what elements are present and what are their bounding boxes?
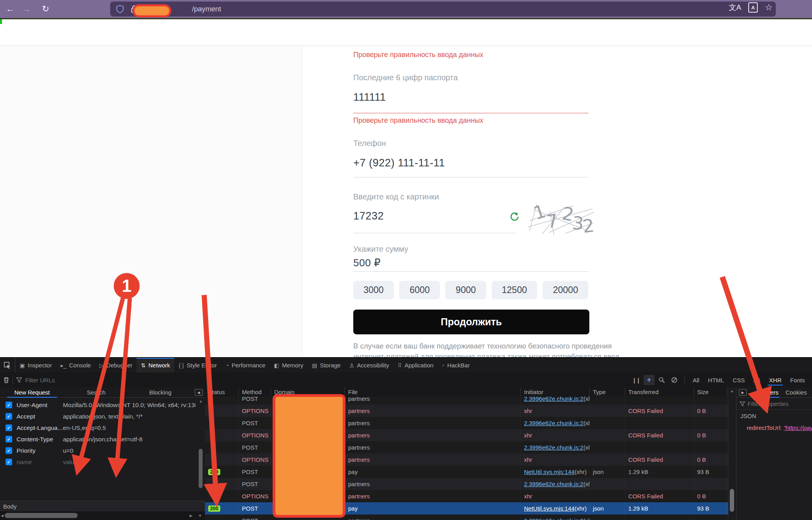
- devtools-tab-inspector[interactable]: ▣Inspector: [15, 358, 56, 372]
- scroll-up-icon[interactable]: ▲: [199, 399, 203, 403]
- header-name[interactable]: Content-Type: [17, 436, 63, 443]
- search-icon[interactable]: [656, 375, 667, 385]
- json-property-value-link[interactable]: "https://payec: [783, 424, 812, 431]
- initiator-link[interactable]: NetUtil.sys.mjs:144: [524, 505, 574, 512]
- translate-icon[interactable]: 文A: [729, 2, 742, 13]
- request-panel-hscrollbar[interactable]: ◀ ▶ ▼: [0, 511, 205, 520]
- devtools-tab-performance[interactable]: ◔Performance: [221, 358, 269, 372]
- header-name[interactable]: Accept: [17, 413, 63, 420]
- filter-urls-input[interactable]: Filter URLs: [25, 377, 55, 384]
- header-enabled-checkbox[interactable]: ✓: [6, 447, 12, 454]
- header-param-row[interactable]: ✓Content-Typeapplication/json;charset=ut…: [0, 433, 196, 445]
- amount-chip[interactable]: 3000: [353, 281, 394, 299]
- phone-input[interactable]: +7 (922) 111-11-11: [353, 157, 445, 169]
- new-request-plus-icon[interactable]: +: [644, 375, 655, 385]
- type-filter-fonts[interactable]: Fonts: [787, 376, 808, 384]
- column-header-size[interactable]: Size: [694, 387, 727, 396]
- scroll-left-icon[interactable]: ◀: [1, 514, 4, 518]
- clear-requests-icon[interactable]: [3, 376, 9, 384]
- header-name[interactable]: User-Agent: [17, 402, 63, 409]
- header-param-row[interactable]: ✓User-AgentMozilla/5.0 (Windows NT 10.0;…: [0, 399, 196, 411]
- devtools-tab-style-editor[interactable]: { }Style Editor: [174, 358, 221, 372]
- initiator-link[interactable]: 2.3996e62e.chunk.js:2: [524, 420, 583, 426]
- scroll-right-icon[interactable]: ▶: [190, 514, 192, 518]
- header-param-row[interactable]: ✓namevalue: [0, 456, 196, 468]
- pause-traffic-icon[interactable]: | |: [631, 375, 642, 385]
- bookmark-star-icon[interactable]: ☆: [765, 2, 773, 13]
- collapse-panel-icon[interactable]: ◀: [195, 389, 203, 396]
- column-header-type[interactable]: Type: [590, 387, 625, 396]
- scroll-down-icon[interactable]: ▼: [198, 514, 202, 518]
- devtools-tab-console[interactable]: ▸_Console: [56, 358, 95, 372]
- header-enabled-checkbox[interactable]: ✓: [6, 402, 12, 408]
- amount-chip[interactable]: 12500: [492, 281, 537, 299]
- initiator-link[interactable]: 2.3996e62e.chunk.js:2: [524, 517, 583, 520]
- column-header-status[interactable]: Status: [205, 387, 239, 396]
- type-filter-css[interactable]: CSS: [729, 376, 748, 384]
- forward-icon[interactable]: →: [20, 3, 33, 15]
- initiator-link[interactable]: 2.3996e62e.chunk.js:2: [524, 396, 583, 402]
- tab-cookies[interactable]: Cookies: [786, 389, 807, 396]
- devtools-tab-network[interactable]: ⇅Network: [137, 358, 174, 372]
- amount-chip[interactable]: 20000: [543, 281, 588, 299]
- shield-icon[interactable]: [116, 4, 124, 14]
- column-header-transferred[interactable]: Transferred: [625, 387, 694, 396]
- header-name[interactable]: name: [17, 459, 63, 466]
- header-enabled-checkbox[interactable]: ✓: [6, 459, 12, 465]
- header-param-row[interactable]: ✓Acceptapplication/json, text/plain, */*: [0, 411, 196, 422]
- header-value[interactable]: application/json;charset=utf-8: [63, 436, 196, 443]
- continue-button[interactable]: Продолжить: [353, 310, 589, 334]
- passport-input[interactable]: 111111: [353, 91, 386, 103]
- expand-panel-icon[interactable]: ▶: [739, 389, 747, 396]
- filter-properties-input[interactable]: Filter properties: [747, 400, 788, 407]
- reload-icon[interactable]: ↻: [39, 3, 52, 15]
- header-param-row[interactable]: ✓Priorityu=0: [0, 445, 196, 456]
- initiator-link[interactable]: 2.3996e62e.chunk.js:2: [524, 444, 583, 451]
- devtools-tab-storage[interactable]: ▤Storage: [308, 358, 345, 372]
- header-name[interactable]: Priority: [17, 447, 63, 454]
- pick-element-icon[interactable]: [0, 358, 15, 372]
- type-filter-xhr[interactable]: XHR: [766, 376, 785, 384]
- type-filter-js[interactable]: JS: [750, 376, 764, 384]
- json-section-label[interactable]: JSON: [740, 413, 756, 419]
- scroll-up-icon[interactable]: ▲: [730, 389, 734, 393]
- devtools-tab-debugger[interactable]: ▷Debugger: [95, 358, 137, 372]
- captcha-input[interactable]: 17232: [353, 210, 384, 222]
- request-tab-blocking[interactable]: Blocking: [128, 389, 192, 396]
- header-value[interactable]: application/json, text/plain, */*: [63, 413, 196, 420]
- header-enabled-checkbox[interactable]: ✓: [6, 413, 12, 420]
- tab-headers[interactable]: Headers: [756, 389, 779, 396]
- initiator-link[interactable]: 2.3996e62e.chunk.js:2: [524, 481, 583, 487]
- request-tab-new-request[interactable]: New Request: [0, 389, 64, 396]
- request-panel-vscrollbar[interactable]: ▲: [198, 398, 203, 501]
- back-icon[interactable]: ←: [4, 3, 17, 15]
- header-enabled-checkbox[interactable]: ✓: [6, 424, 12, 431]
- header-enabled-checkbox[interactable]: ✓: [6, 436, 12, 443]
- devtools-tab-memory[interactable]: ◧Memory: [270, 358, 308, 372]
- devtools-tab-application[interactable]: ⠿Application: [393, 358, 438, 372]
- url-bar[interactable]: /payment: [110, 2, 776, 17]
- header-value[interactable]: u=0: [63, 447, 196, 454]
- amount-input[interactable]: 500 ₽: [353, 257, 381, 269]
- request-tab-search[interactable]: Search: [64, 389, 128, 396]
- devtools-tab-hackbar[interactable]: ▪HackBar: [438, 358, 474, 372]
- initiator-link[interactable]: NetUtil.sys.mjs:144: [524, 468, 574, 475]
- block-icon[interactable]: [669, 375, 680, 385]
- header-value[interactable]: value: [63, 459, 196, 466]
- network-vscrollbar[interactable]: ▲: [728, 387, 736, 520]
- page-translate-icon[interactable]: A: [748, 2, 758, 13]
- header-value[interactable]: Mozilla/5.0 (Windows NT 10.0; Win64; x64…: [63, 402, 196, 409]
- type-filter-all[interactable]: All: [690, 376, 703, 384]
- header-value[interactable]: en-US,en;q=0.5: [63, 424, 196, 431]
- captcha-refresh-icon[interactable]: [509, 211, 520, 222]
- column-header-file[interactable]: File: [345, 387, 521, 396]
- json-property-row[interactable]: redirectToUrl: "https://payec: [747, 424, 812, 431]
- column-header-method[interactable]: Method: [239, 387, 271, 396]
- type-filter-html[interactable]: HTML: [705, 376, 727, 384]
- amount-chip[interactable]: 6000: [399, 281, 440, 299]
- header-name[interactable]: Accept-Langua...: [17, 424, 63, 431]
- column-header-initiator[interactable]: Initiator: [521, 387, 590, 396]
- body-section-header[interactable]: Body: [0, 501, 205, 512]
- header-param-row[interactable]: ✓Accept-Langua...en-US,en;q=0.5: [0, 422, 196, 433]
- devtools-tab-accessibility[interactable]: ♙Accessibility: [345, 358, 393, 372]
